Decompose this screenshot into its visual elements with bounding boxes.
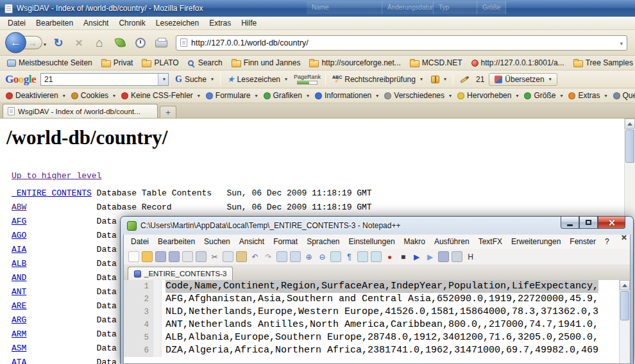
url-text[interactable]: http://127.0.0.1/world-db/country/ — [191, 38, 616, 47]
notepad-menu-item[interactable]: Datei — [126, 236, 153, 247]
notepad-menu-item[interactable]: Format — [269, 236, 302, 247]
close-button[interactable] — [598, 217, 625, 229]
bookmark-margin[interactable] — [124, 344, 131, 357]
fold-margin[interactable] — [153, 293, 162, 306]
bookmark-item[interactable]: MCSD.NET — [406, 57, 466, 69]
menu-item[interactable]: Bearbeiten — [31, 17, 78, 29]
replace-icon[interactable] — [290, 251, 301, 262]
notepad-menu-item[interactable]: Suchen — [199, 236, 235, 247]
stop-button[interactable] — [71, 35, 87, 51]
webdev-menu-item[interactable]: Deaktivieren — [3, 90, 68, 101]
reload-button[interactable] — [50, 35, 67, 51]
play-macro-icon[interactable]: ▶ — [411, 251, 422, 262]
autofill-button[interactable] — [429, 74, 448, 85]
copy-icon[interactable] — [223, 251, 233, 262]
pagerank-widget[interactable]: PageRank — [294, 74, 321, 85]
history-clock-button[interactable] — [132, 35, 149, 51]
webdev-menu-item[interactable]: Extras — [566, 90, 609, 101]
notepad-menu-item[interactable]: Bearbeiten — [153, 236, 199, 247]
save-all-icon[interactable] — [169, 251, 180, 262]
notepad-menu-item[interactable]: Einstellungen — [344, 236, 400, 247]
directory-entry-link[interactable]: AND — [12, 273, 97, 283]
notepad-document-tab[interactable]: _ENTIRE_CONTENTS-3 — [128, 267, 233, 280]
home-button[interactable] — [91, 35, 108, 51]
firefox-titlebar[interactable]: WsgiDAV - Index of /world-db/country/ - … — [0, 0, 635, 17]
webdev-menu-item[interactable]: Quellte... — [611, 90, 635, 101]
undo-icon[interactable]: ↶ — [250, 251, 260, 262]
bookmark-margin[interactable] — [124, 318, 131, 331]
bookmark-item[interactable]: PLATO — [138, 57, 182, 69]
bookmark-margin[interactable] — [124, 280, 131, 293]
zoom-out-icon[interactable]: ⊖ — [317, 251, 328, 262]
highlighter-button[interactable] — [458, 77, 471, 82]
textfx-icon[interactable]: H — [465, 251, 476, 262]
new-tab-button[interactable] — [160, 106, 176, 118]
notepad-menu-item[interactable]: Erweiterungen — [507, 236, 565, 247]
bookmark-item[interactable]: http://sourceforge.net... — [305, 57, 404, 69]
menu-item[interactable]: Ansicht — [78, 17, 114, 29]
google-bookmarks-button[interactable]: Lesezeichen — [225, 73, 289, 85]
zoom-in-icon[interactable]: ⊕ — [303, 251, 314, 262]
find-icon[interactable] — [276, 251, 287, 262]
webdev-menu-item[interactable]: Grafiken — [261, 90, 312, 101]
line-text[interactable]: Code,Name,Continent,Region,SurfaceArea,I… — [165, 280, 598, 293]
directory-entry-link[interactable]: ALB — [12, 259, 97, 269]
notepad-menu-item[interactable]: Fenster — [565, 236, 600, 247]
addon-button[interactable] — [112, 35, 128, 51]
line-text[interactable]: AFG,Afghanistan,Asia,Southern and Centra… — [165, 293, 598, 306]
bookmark-margin[interactable] — [124, 331, 131, 344]
paste-icon[interactable] — [236, 251, 247, 262]
print-icon[interactable] — [196, 251, 207, 262]
notepad-menu-item[interactable]: Makro — [400, 236, 430, 247]
record-macro-icon[interactable]: ● — [384, 251, 395, 262]
webdev-menu-item[interactable]: Informationen — [312, 90, 381, 101]
history-dropdown-button[interactable] — [42, 37, 46, 49]
line-text[interactable]: NLD,Netherlands,Europe,Western Europe,41… — [165, 306, 598, 318]
notepad-menu-item[interactable]: Ausführen — [430, 236, 474, 247]
bookmark-item[interactable]: http://127.0.0.1:8001/a... — [468, 57, 568, 69]
bookmark-margin[interactable] — [124, 306, 131, 318]
directory-entry-link[interactable]: AGO — [12, 231, 97, 240]
close-doc-icon[interactable] — [182, 251, 193, 262]
search-history-dropdown-icon[interactable] — [158, 74, 168, 85]
cut-icon[interactable]: ✂ — [209, 251, 220, 262]
directory-entry-link[interactable]: ATA — [12, 358, 97, 364]
directory-entry-link[interactable]: ARM — [12, 329, 97, 339]
webdev-menu-item[interactable]: Hervorheben — [455, 90, 521, 101]
new-file-icon[interactable] — [128, 251, 139, 262]
notepad-menu-item[interactable]: Ansicht — [235, 236, 269, 247]
directory-entry-link[interactable]: ABW — [12, 203, 97, 212]
browser-tab[interactable]: WsgiDAV - Index of /world-db/count... — [3, 104, 158, 118]
webdev-menu-item[interactable]: Cookies — [69, 90, 118, 101]
line-text[interactable]: ANT,Netherlands Antilles,North America,C… — [165, 318, 598, 331]
minimize-button[interactable] — [561, 217, 579, 229]
fold-margin[interactable] — [153, 306, 162, 318]
indent-guide-icon[interactable] — [357, 251, 368, 262]
word-wrap-icon[interactable] — [330, 251, 341, 262]
directory-entry-link[interactable]: ARG — [12, 315, 97, 325]
webdev-menu-item[interactable]: Keine CSS-Fehler — [119, 90, 203, 101]
sync-scroll-icon[interactable] — [371, 251, 382, 262]
bookmark-margin[interactable] — [124, 293, 131, 306]
back-button[interactable] — [5, 32, 26, 53]
show-all-chars-icon[interactable]: ¶ — [344, 251, 355, 262]
webdev-menu-item[interactable]: Verschiedenes — [382, 90, 454, 101]
menu-item[interactable]: Datei — [3, 17, 31, 29]
bookmark-item[interactable]: Finn und Jannes — [228, 57, 305, 69]
fold-margin[interactable] — [153, 318, 162, 331]
bookmark-item[interactable]: Privat — [97, 57, 137, 69]
line-text[interactable]: DZA,Algeria,Africa,Northern Africa,23817… — [165, 344, 598, 357]
save-macro-icon[interactable] — [438, 251, 449, 262]
translate-button[interactable]: Übersetzen — [489, 73, 557, 86]
editor-scroll-up-button[interactable] — [620, 280, 630, 290]
bookmark-item[interactable]: Meistbesuchte Seiten — [3, 57, 96, 69]
close-document-icon[interactable] — [621, 235, 627, 240]
menu-item[interactable]: Chronik — [114, 17, 150, 29]
up-to-higher-level-link[interactable]: Up to higher level — [12, 171, 101, 181]
fold-margin[interactable] — [153, 344, 162, 357]
spellcheck-button[interactable]: ABC Rechtschreibprüfung — [330, 74, 425, 85]
stop-record-icon[interactable]: ■ — [398, 251, 409, 262]
scroll-up-button[interactable] — [625, 119, 635, 129]
urlbar-dropdown-icon[interactable] — [620, 38, 623, 47]
fold-margin[interactable] — [153, 331, 162, 344]
